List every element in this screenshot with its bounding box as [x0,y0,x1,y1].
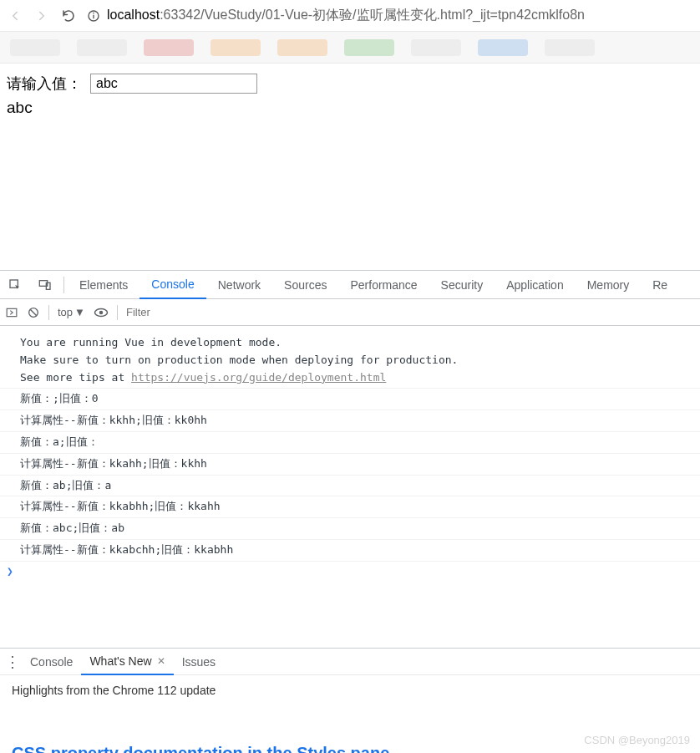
svg-point-2 [93,12,94,13]
bookmark-item[interactable] [478,39,528,56]
drawer-highlights: Highlights from the Chrome 112 update [0,675,700,705]
drawer-tabs: ⋮ ConsoleWhat's New✕Issues [0,649,700,675]
context-selector[interactable]: top ▼ [58,306,85,318]
input-label: 请输入值： [7,74,82,94]
console-message: 计算属性--新值：kkahh;旧值：kkhh [0,454,700,476]
output-text: abc [7,99,693,117]
console-message: 新值：a;旧值： [0,432,700,454]
bookmark-item[interactable] [545,39,595,56]
devtools-tabs: ElementsConsoleNetworkSourcesPerformance… [0,271,700,299]
svg-point-10 [99,310,104,314]
separator [117,305,118,320]
info-icon[interactable] [87,9,100,23]
tab-performance[interactable]: Performance [338,271,429,299]
separator [63,277,64,293]
svg-rect-6 [7,308,17,316]
tab-re[interactable]: Re [641,271,679,299]
console-message: You are running Vue in development mode.… [0,333,700,389]
svg-line-8 [30,309,37,316]
url-host: localhost [107,8,160,22]
devtools-drawer: ⋮ ConsoleWhat's New✕Issues Highlights fr… [0,648,700,753]
console-message: 新值：;旧值：0 [0,389,700,410]
bookmark-item[interactable] [10,39,60,56]
toggle-sidebar-icon[interactable] [5,307,18,318]
drawer-tab-what-s-new[interactable]: What's New✕ [81,649,173,675]
filter-input[interactable] [126,306,695,318]
clear-console-icon[interactable] [27,306,40,319]
reload-button[interactable] [60,8,77,24]
close-icon[interactable]: ✕ [157,655,165,667]
bookmark-item[interactable] [77,39,127,56]
tab-network[interactable]: Network [206,271,272,299]
console-message: 新值：abc;旧值：ab [0,518,700,540]
bookmark-item[interactable] [411,39,461,56]
page-content: 请输入值： abc [0,64,700,127]
console-message: 新值：ab;旧值：a [0,476,700,497]
live-expression-icon[interactable] [94,308,109,318]
tab-application[interactable]: Application [495,271,576,299]
back-button[interactable] [7,8,23,24]
console-link[interactable]: https://vuejs.org/guide/deployment.html [131,371,386,384]
tab-console[interactable]: Console [139,271,205,299]
devtools: ElementsConsoleNetworkSourcesPerformance… [0,270,700,753]
console-prompt[interactable]: ❯ [0,562,700,583]
bookmark-item[interactable] [211,39,261,56]
tab-elements[interactable]: Elements [68,271,139,299]
console-message: 计算属性--新值：kkhh;旧值：kk0hh [0,410,700,432]
bookmark-item[interactable] [144,39,194,56]
url-path: :63342/VueStudy/01-Vue-初体验/监听属性变化.html?_… [160,8,585,22]
tab-memory[interactable]: Memory [576,271,642,299]
tab-security[interactable]: Security [429,271,495,299]
drawer-tab-issues[interactable]: Issues [174,649,224,675]
bookmarks-bar [0,32,700,64]
browser-toolbar: localhost:63342/VueStudy/01-Vue-初体验/监听属性… [0,0,700,32]
chevron-down-icon: ▼ [74,306,85,318]
separator [48,305,49,320]
console-message: 计算属性--新值：kkabchh;旧值：kkabhh [0,540,700,562]
bookmark-item[interactable] [344,39,394,56]
tab-sources[interactable]: Sources [272,271,338,299]
console-message: 计算属性--新值：kkabhh;旧值：kkahh [0,496,700,518]
url-bar[interactable]: localhost:63342/VueStudy/01-Vue-初体验/监听属性… [87,7,693,24]
device-icon[interactable] [30,278,60,292]
inspect-icon[interactable] [0,278,30,292]
bookmark-item[interactable] [277,39,327,56]
forward-button[interactable] [33,8,50,24]
context-label: top [58,306,73,318]
value-input[interactable] [90,74,257,94]
drawer-tab-console[interactable]: Console [22,649,81,675]
drawer-menu-icon[interactable]: ⋮ [5,653,18,671]
drawer-headline: CSS property documentation in the Styles… [0,744,700,753]
console-toolbar: top ▼ [0,299,700,326]
